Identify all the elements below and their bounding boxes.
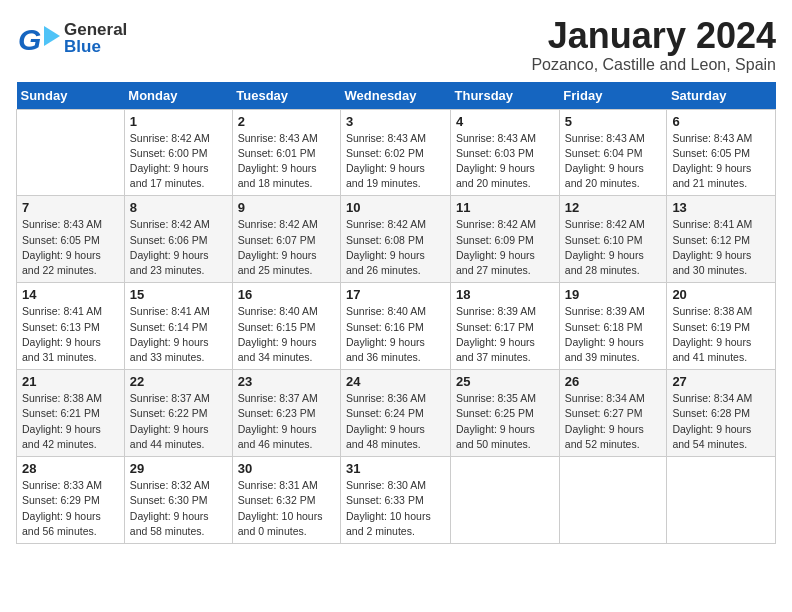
header: G General Blue January 2024 Pozanco, Cas… bbox=[16, 16, 776, 74]
calendar-cell: 1Sunrise: 8:42 AM Sunset: 6:00 PM Daylig… bbox=[124, 109, 232, 196]
calendar-cell: 24Sunrise: 8:36 AM Sunset: 6:24 PM Dayli… bbox=[341, 370, 451, 457]
calendar-table: SundayMondayTuesdayWednesdayThursdayFrid… bbox=[16, 82, 776, 544]
week-row-2: 7Sunrise: 8:43 AM Sunset: 6:05 PM Daylig… bbox=[17, 196, 776, 283]
calendar-cell: 17Sunrise: 8:40 AM Sunset: 6:16 PM Dayli… bbox=[341, 283, 451, 370]
day-number: 21 bbox=[22, 374, 119, 389]
calendar-cell bbox=[559, 457, 667, 544]
day-header-saturday: Saturday bbox=[667, 82, 776, 110]
week-row-5: 28Sunrise: 8:33 AM Sunset: 6:29 PM Dayli… bbox=[17, 457, 776, 544]
day-info: Sunrise: 8:43 AM Sunset: 6:01 PM Dayligh… bbox=[238, 131, 335, 192]
week-row-4: 21Sunrise: 8:38 AM Sunset: 6:21 PM Dayli… bbox=[17, 370, 776, 457]
day-info: Sunrise: 8:42 AM Sunset: 6:07 PM Dayligh… bbox=[238, 217, 335, 278]
day-info: Sunrise: 8:40 AM Sunset: 6:15 PM Dayligh… bbox=[238, 304, 335, 365]
day-header-monday: Monday bbox=[124, 82, 232, 110]
logo: G General Blue bbox=[16, 16, 127, 60]
day-number: 26 bbox=[565, 374, 662, 389]
week-row-1: 1Sunrise: 8:42 AM Sunset: 6:00 PM Daylig… bbox=[17, 109, 776, 196]
day-info: Sunrise: 8:41 AM Sunset: 6:13 PM Dayligh… bbox=[22, 304, 119, 365]
day-number: 11 bbox=[456, 200, 554, 215]
day-info: Sunrise: 8:43 AM Sunset: 6:02 PM Dayligh… bbox=[346, 131, 445, 192]
calendar-cell: 4Sunrise: 8:43 AM Sunset: 6:03 PM Daylig… bbox=[451, 109, 560, 196]
week-row-3: 14Sunrise: 8:41 AM Sunset: 6:13 PM Dayli… bbox=[17, 283, 776, 370]
calendar-cell: 13Sunrise: 8:41 AM Sunset: 6:12 PM Dayli… bbox=[667, 196, 776, 283]
logo-blue-text: Blue bbox=[64, 38, 127, 55]
calendar-cell: 31Sunrise: 8:30 AM Sunset: 6:33 PM Dayli… bbox=[341, 457, 451, 544]
calendar-cell: 10Sunrise: 8:42 AM Sunset: 6:08 PM Dayli… bbox=[341, 196, 451, 283]
calendar-cell: 6Sunrise: 8:43 AM Sunset: 6:05 PM Daylig… bbox=[667, 109, 776, 196]
calendar-cell bbox=[451, 457, 560, 544]
day-info: Sunrise: 8:37 AM Sunset: 6:22 PM Dayligh… bbox=[130, 391, 227, 452]
calendar-cell: 20Sunrise: 8:38 AM Sunset: 6:19 PM Dayli… bbox=[667, 283, 776, 370]
calendar-cell: 8Sunrise: 8:42 AM Sunset: 6:06 PM Daylig… bbox=[124, 196, 232, 283]
day-info: Sunrise: 8:41 AM Sunset: 6:12 PM Dayligh… bbox=[672, 217, 770, 278]
day-info: Sunrise: 8:42 AM Sunset: 6:09 PM Dayligh… bbox=[456, 217, 554, 278]
day-number: 31 bbox=[346, 461, 445, 476]
day-number: 27 bbox=[672, 374, 770, 389]
day-number: 7 bbox=[22, 200, 119, 215]
day-number: 25 bbox=[456, 374, 554, 389]
svg-text:G: G bbox=[18, 23, 41, 56]
day-info: Sunrise: 8:42 AM Sunset: 6:00 PM Dayligh… bbox=[130, 131, 227, 192]
day-number: 13 bbox=[672, 200, 770, 215]
day-info: Sunrise: 8:35 AM Sunset: 6:25 PM Dayligh… bbox=[456, 391, 554, 452]
calendar-cell: 15Sunrise: 8:41 AM Sunset: 6:14 PM Dayli… bbox=[124, 283, 232, 370]
day-info: Sunrise: 8:30 AM Sunset: 6:33 PM Dayligh… bbox=[346, 478, 445, 539]
calendar-cell: 29Sunrise: 8:32 AM Sunset: 6:30 PM Dayli… bbox=[124, 457, 232, 544]
day-number: 30 bbox=[238, 461, 335, 476]
day-number: 23 bbox=[238, 374, 335, 389]
day-number: 12 bbox=[565, 200, 662, 215]
day-info: Sunrise: 8:43 AM Sunset: 6:04 PM Dayligh… bbox=[565, 131, 662, 192]
day-info: Sunrise: 8:38 AM Sunset: 6:19 PM Dayligh… bbox=[672, 304, 770, 365]
logo-general-text: General bbox=[64, 21, 127, 38]
calendar-cell: 25Sunrise: 8:35 AM Sunset: 6:25 PM Dayli… bbox=[451, 370, 560, 457]
month-title: January 2024 bbox=[531, 16, 776, 56]
day-number: 17 bbox=[346, 287, 445, 302]
calendar-cell: 19Sunrise: 8:39 AM Sunset: 6:18 PM Dayli… bbox=[559, 283, 667, 370]
calendar-cell: 18Sunrise: 8:39 AM Sunset: 6:17 PM Dayli… bbox=[451, 283, 560, 370]
day-info: Sunrise: 8:33 AM Sunset: 6:29 PM Dayligh… bbox=[22, 478, 119, 539]
day-number: 19 bbox=[565, 287, 662, 302]
calendar-cell: 28Sunrise: 8:33 AM Sunset: 6:29 PM Dayli… bbox=[17, 457, 125, 544]
day-number: 8 bbox=[130, 200, 227, 215]
day-number: 4 bbox=[456, 114, 554, 129]
day-number: 29 bbox=[130, 461, 227, 476]
day-info: Sunrise: 8:42 AM Sunset: 6:06 PM Dayligh… bbox=[130, 217, 227, 278]
logo-icon: G bbox=[16, 16, 60, 60]
day-header-friday: Friday bbox=[559, 82, 667, 110]
calendar-cell: 26Sunrise: 8:34 AM Sunset: 6:27 PM Dayli… bbox=[559, 370, 667, 457]
day-number: 10 bbox=[346, 200, 445, 215]
calendar-cell: 30Sunrise: 8:31 AM Sunset: 6:32 PM Dayli… bbox=[232, 457, 340, 544]
day-number: 9 bbox=[238, 200, 335, 215]
day-info: Sunrise: 8:42 AM Sunset: 6:10 PM Dayligh… bbox=[565, 217, 662, 278]
calendar-cell: 23Sunrise: 8:37 AM Sunset: 6:23 PM Dayli… bbox=[232, 370, 340, 457]
calendar-cell bbox=[17, 109, 125, 196]
day-info: Sunrise: 8:38 AM Sunset: 6:21 PM Dayligh… bbox=[22, 391, 119, 452]
calendar-cell: 9Sunrise: 8:42 AM Sunset: 6:07 PM Daylig… bbox=[232, 196, 340, 283]
calendar-cell: 22Sunrise: 8:37 AM Sunset: 6:22 PM Dayli… bbox=[124, 370, 232, 457]
days-header-row: SundayMondayTuesdayWednesdayThursdayFrid… bbox=[17, 82, 776, 110]
day-header-thursday: Thursday bbox=[451, 82, 560, 110]
day-number: 6 bbox=[672, 114, 770, 129]
day-header-wednesday: Wednesday bbox=[341, 82, 451, 110]
day-info: Sunrise: 8:42 AM Sunset: 6:08 PM Dayligh… bbox=[346, 217, 445, 278]
day-number: 16 bbox=[238, 287, 335, 302]
title-block: January 2024 Pozanco, Castille and Leon,… bbox=[531, 16, 776, 74]
calendar-cell: 21Sunrise: 8:38 AM Sunset: 6:21 PM Dayli… bbox=[17, 370, 125, 457]
day-info: Sunrise: 8:43 AM Sunset: 6:05 PM Dayligh… bbox=[22, 217, 119, 278]
day-header-sunday: Sunday bbox=[17, 82, 125, 110]
logo-text: General Blue bbox=[64, 21, 127, 55]
svg-marker-1 bbox=[44, 26, 60, 46]
day-info: Sunrise: 8:40 AM Sunset: 6:16 PM Dayligh… bbox=[346, 304, 445, 365]
day-info: Sunrise: 8:36 AM Sunset: 6:24 PM Dayligh… bbox=[346, 391, 445, 452]
day-number: 15 bbox=[130, 287, 227, 302]
day-info: Sunrise: 8:39 AM Sunset: 6:18 PM Dayligh… bbox=[565, 304, 662, 365]
calendar-cell: 3Sunrise: 8:43 AM Sunset: 6:02 PM Daylig… bbox=[341, 109, 451, 196]
day-info: Sunrise: 8:31 AM Sunset: 6:32 PM Dayligh… bbox=[238, 478, 335, 539]
day-info: Sunrise: 8:43 AM Sunset: 6:05 PM Dayligh… bbox=[672, 131, 770, 192]
day-number: 18 bbox=[456, 287, 554, 302]
calendar-cell: 12Sunrise: 8:42 AM Sunset: 6:10 PM Dayli… bbox=[559, 196, 667, 283]
day-header-tuesday: Tuesday bbox=[232, 82, 340, 110]
day-info: Sunrise: 8:37 AM Sunset: 6:23 PM Dayligh… bbox=[238, 391, 335, 452]
day-number: 2 bbox=[238, 114, 335, 129]
calendar-cell: 5Sunrise: 8:43 AM Sunset: 6:04 PM Daylig… bbox=[559, 109, 667, 196]
